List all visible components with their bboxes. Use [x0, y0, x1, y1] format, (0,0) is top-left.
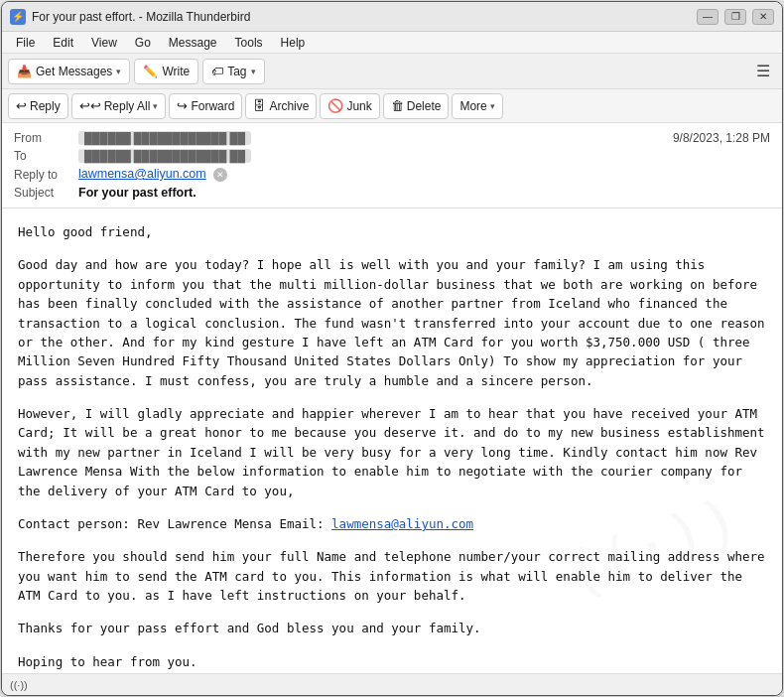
from-value: ██████ ████████████ ██ [78, 131, 673, 145]
reply-to-link[interactable]: lawmensa@aliyun.com [78, 167, 206, 181]
to-row: To ██████ ████████████ ██ [14, 147, 770, 165]
to-value: ██████ ████████████ ██ [78, 149, 770, 163]
reply-all-icon: ↩↩ [79, 98, 101, 113]
titlebar: ⚡ For your past effort. - Mozilla Thunde… [2, 2, 782, 32]
more-button[interactable]: More ▾ [452, 93, 502, 119]
email-header: From ██████ ████████████ ██ 9/8/2023, 1:… [2, 123, 782, 209]
actionbar: ↩ Reply ↩↩ Reply All ▾ ↪ Forward 🗄 Archi… [2, 89, 782, 123]
more-dropdown-icon[interactable]: ▾ [490, 101, 495, 111]
contact-email-link[interactable]: lawmensa@aliyun.com [331, 516, 473, 531]
remove-reply-to-button[interactable]: ✕ [213, 168, 227, 182]
email-body: ((·)) Hello good friend, Good day and ho… [2, 209, 782, 673]
to-address: ██████ ████████████ ██ [78, 149, 251, 163]
tag-icon: 🏷 [211, 65, 223, 78]
menu-file[interactable]: File [8, 34, 43, 52]
archive-icon: 🗄 [253, 98, 266, 113]
from-row: From ██████ ████████████ ██ 9/8/2023, 1:… [14, 129, 770, 147]
junk-icon: 🚫 [327, 98, 343, 113]
menu-edit[interactable]: Edit [45, 34, 81, 52]
subject-label: Subject [14, 186, 78, 200]
body-paragraph-2: However, I will gladly appreciate and ha… [18, 404, 766, 500]
menu-tools[interactable]: Tools [227, 34, 271, 52]
reply-button[interactable]: ↩ Reply [8, 93, 68, 119]
reply-all-dropdown-icon[interactable]: ▾ [153, 101, 158, 111]
statusbar: ((·)) [2, 673, 782, 695]
forward-icon: ↪ [177, 98, 188, 113]
menu-message[interactable]: Message [161, 34, 225, 52]
delete-button[interactable]: 🗑 Delete [383, 93, 450, 119]
body-paragraph-3: Contact person: Rev Lawrence Mensa Email… [18, 514, 766, 533]
get-messages-icon: 📥 [17, 65, 32, 78]
to-label: To [14, 149, 78, 163]
app-icon: ⚡ [10, 9, 26, 25]
window-title: For your past effort. - Mozilla Thunderb… [32, 10, 697, 24]
forward-button[interactable]: ↪ Forward [169, 93, 242, 119]
subject-row: Subject For your past effort. [14, 184, 770, 202]
menu-go[interactable]: Go [127, 34, 159, 52]
tag-button[interactable]: 🏷 Tag ▾ [202, 59, 264, 84]
menubar: File Edit View Go Message Tools Help [2, 32, 782, 54]
reply-all-button[interactable]: ↩↩ Reply All ▾ [71, 93, 167, 119]
junk-button[interactable]: 🚫 Junk [320, 93, 379, 119]
reply-to-label: Reply to [14, 168, 78, 182]
window-controls: — ❐ ✕ [697, 9, 774, 25]
restore-button[interactable]: ❐ [724, 9, 746, 25]
from-address: ██████ ████████████ ██ [78, 131, 251, 145]
subject-value: For your past effort. [78, 186, 770, 200]
email-date: 9/8/2023, 1:28 PM [673, 131, 770, 145]
reply-to-row: Reply to lawmensa@aliyun.com ✕ [14, 165, 770, 184]
write-icon: ✏️ [143, 65, 158, 78]
statusbar-icon: ((·)) [10, 679, 28, 691]
menu-view[interactable]: View [83, 34, 125, 52]
body-paragraph-4: Therefore you should send him your full … [18, 547, 766, 605]
toolbar: 📥 Get Messages ▾ ✏️ Write 🏷 Tag ▾ ☰ [2, 54, 782, 89]
write-button[interactable]: ✏️ Write [134, 59, 198, 84]
get-messages-button[interactable]: 📥 Get Messages ▾ [8, 59, 130, 84]
reply-icon: ↩ [16, 98, 27, 113]
hamburger-menu-button[interactable]: ☰ [750, 60, 776, 82]
archive-button[interactable]: 🗄 Archive [245, 93, 317, 119]
body-paragraph-6: Hoping to hear from you. [18, 652, 766, 671]
menu-help[interactable]: Help [273, 34, 314, 52]
delete-icon: 🗑 [391, 98, 404, 113]
minimize-button[interactable]: — [697, 9, 719, 25]
get-messages-dropdown-icon[interactable]: ▾ [116, 67, 121, 76]
reply-to-value: lawmensa@aliyun.com ✕ [78, 167, 770, 182]
from-label: From [14, 131, 78, 145]
body-paragraph-1: Good day and how are you today? I hope a… [18, 255, 766, 390]
body-paragraph-0: Hello good friend, [18, 222, 766, 241]
main-window: ⚡ For your past effort. - Mozilla Thunde… [1, 1, 783, 696]
close-button[interactable]: ✕ [752, 9, 774, 25]
tag-dropdown-icon[interactable]: ▾ [251, 67, 256, 76]
body-paragraph-5: Thanks for your pass effort and God bles… [18, 619, 766, 637]
